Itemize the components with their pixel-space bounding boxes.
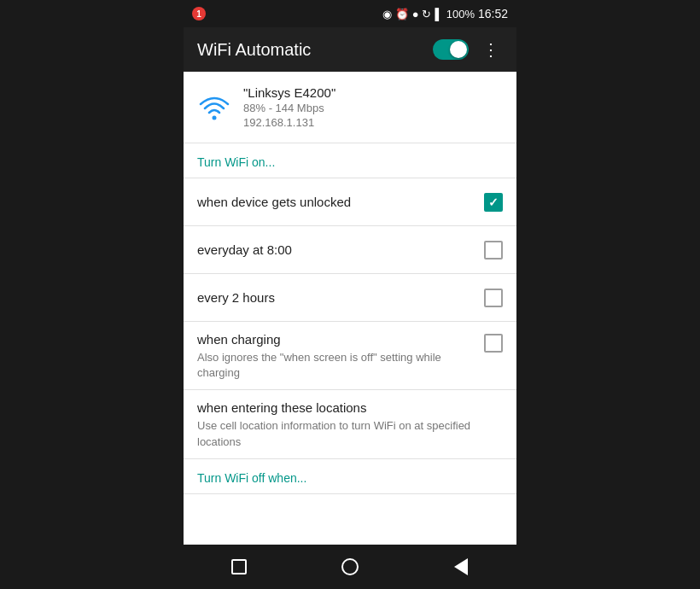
list-item-everyday-content: everyday at 8:00	[197, 241, 484, 259]
clock: 16:52	[478, 7, 508, 20]
list-item-locations-title: when entering these locations	[197, 399, 503, 417]
checkbox-unlock[interactable]	[484, 193, 503, 212]
wifi-signal-icon	[197, 94, 231, 121]
more-options-icon[interactable]: ⋮	[479, 36, 503, 63]
list-item-unlock-content: when device gets unlocked	[197, 193, 484, 211]
phone-frame: 1 ◉ ⏰ ● ↻ ▌ 100% 16:52 WiFi Automatic ⋮	[184, 0, 516, 589]
back-icon	[454, 558, 468, 575]
status-bar: 1 ◉ ⏰ ● ↻ ▌ 100% 16:52	[184, 0, 516, 27]
status-bar-right: ◉ ⏰ ● ↻ ▌ 100% 16:52	[382, 7, 508, 20]
recent-apps-icon	[231, 559, 247, 574]
wifi-info: "Linksys E4200" 88% - 144 Mbps 192.168.1…	[243, 85, 503, 129]
list-item-unlock[interactable]: when device gets unlocked	[184, 178, 516, 226]
list-item-charging[interactable]: when charging Also ignores the "when scr…	[184, 322, 516, 390]
signal-icon: ▌	[435, 8, 442, 20]
status-bar-left: 1	[192, 7, 206, 20]
bottom-nav	[184, 545, 516, 589]
turn-wifi-off-label[interactable]: Turn WiFi off when...	[184, 458, 516, 494]
home-icon	[341, 558, 359, 575]
list-item-every2hours-content: every 2 hours	[197, 289, 484, 306]
list-item-everyday[interactable]: everyday at 8:00	[184, 226, 516, 274]
list-item-every2hours-title: every 2 hours	[197, 289, 484, 306]
list-item-every2hours[interactable]: every 2 hours	[184, 274, 516, 322]
list-item-locations-content: when entering these locations Use cell l…	[197, 399, 503, 449]
battery-text: 100%	[446, 8, 475, 20]
turn-wifi-on-label[interactable]: Turn WiFi on...	[184, 143, 516, 178]
checkbox-every2hours[interactable]	[484, 289, 503, 307]
list-item-charging-title: when charging	[197, 330, 484, 348]
alarm-icon: ⏰	[395, 8, 409, 20]
list-item-charging-content: when charging Also ignores the "when scr…	[197, 330, 484, 381]
list-item-locations-subtitle: Use cell location information to turn Wi…	[197, 418, 503, 449]
app-title: WiFi Automatic	[197, 40, 423, 60]
sync-icon: ↻	[422, 8, 431, 20]
recent-apps-button[interactable]	[213, 550, 265, 584]
main-content: "Linksys E4200" 88% - 144 Mbps 192.168.1…	[184, 72, 516, 545]
toggle-switch[interactable]	[433, 39, 469, 60]
list-item-charging-subtitle: Also ignores the "when screen is off" se…	[197, 350, 484, 381]
wifi-ip: 192.168.1.131	[243, 116, 503, 129]
checkbox-everyday[interactable]	[484, 241, 503, 260]
list-item-unlock-title: when device gets unlocked	[197, 193, 484, 211]
app-bar: WiFi Automatic ⋮	[184, 27, 516, 72]
home-button[interactable]	[324, 550, 376, 584]
wifi-ssid: "Linksys E4200"	[243, 85, 503, 100]
back-button[interactable]	[435, 550, 487, 584]
notification-badge: 1	[192, 7, 206, 20]
bluetooth-icon: ◉	[382, 8, 392, 20]
list-item-everyday-title: everyday at 8:00	[197, 241, 484, 259]
wifi-signal-strength: 88% - 144 Mbps	[243, 102, 503, 114]
svg-point-0	[213, 115, 217, 120]
checkbox-charging[interactable]	[484, 334, 503, 353]
wifi-status-icon: ●	[412, 8, 419, 20]
list-item-locations[interactable]: when entering these locations Use cell l…	[184, 390, 516, 458]
wifi-card: "Linksys E4200" 88% - 144 Mbps 192.168.1…	[184, 72, 516, 143]
